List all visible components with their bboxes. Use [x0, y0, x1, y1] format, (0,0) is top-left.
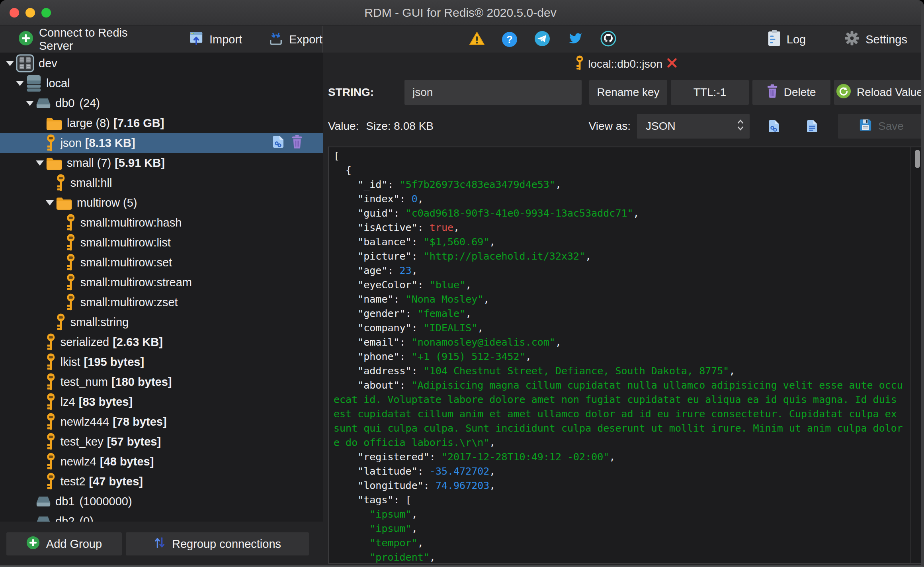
- key-icon: [46, 413, 56, 430]
- scrollbar-thumb[interactable]: [915, 150, 920, 168]
- tree-item-test-key[interactable]: test_key[57 bytes]: [0, 432, 323, 452]
- tree-item-small-multirow-set[interactable]: small:multirow:set: [0, 252, 323, 272]
- trash-icon[interactable]: [291, 135, 303, 151]
- database-icon: [36, 98, 51, 109]
- folder-icon: [46, 156, 63, 170]
- regroup-connections-button[interactable]: Regroup connections: [126, 532, 309, 555]
- toolbar: Connect to Redis Server Import Export ?: [0, 26, 921, 53]
- tree-item-label: test_num: [61, 375, 108, 389]
- sidebar-footer: Add Group Regroup connections: [0, 522, 323, 566]
- tree-item-large-8-[interactable]: large (8)[7.16 GB]: [0, 113, 323, 133]
- tree-item-small-multirow-list[interactable]: small:multirow:list: [0, 233, 323, 252]
- key-icon: [46, 353, 56, 371]
- sort-arrows-icon: [154, 536, 166, 552]
- log-button[interactable]: Log: [768, 30, 806, 49]
- close-tab-icon[interactable]: [666, 57, 678, 71]
- tab-title: local::db0::json: [588, 58, 662, 70]
- reload-value-button[interactable]: Reload Value: [834, 80, 924, 105]
- tree-item-size: [83 bytes]: [79, 395, 133, 409]
- tree-item-local[interactable]: local: [0, 73, 323, 93]
- tree-item-json[interactable]: json[8.13 KB]: [0, 133, 323, 153]
- tree-item-label: small:string: [70, 316, 129, 329]
- import-button[interactable]: Import: [189, 31, 242, 48]
- key-icon: [56, 313, 66, 331]
- settings-button[interactable]: Settings: [844, 30, 907, 49]
- copy-link-document-icon[interactable]: [272, 135, 284, 152]
- tree-item-multirow-5-[interactable]: multirow (5): [0, 193, 323, 213]
- tree-item-label: small:multirow:list: [80, 236, 171, 249]
- tree-item-dev[interactable]: dev: [0, 53, 323, 73]
- twitter-icon[interactable]: [567, 31, 583, 48]
- delete-key-button[interactable]: Delete: [752, 80, 830, 105]
- tree-item-small-7-[interactable]: small (7)[5.91 KB]: [0, 153, 323, 173]
- json-content: [ { "_id": "5f7b26973c483ea3479d4e53", "…: [329, 147, 924, 564]
- add-group-button[interactable]: Add Group: [6, 532, 122, 555]
- database-stack-icon: [26, 74, 42, 92]
- zoom-window-button[interactable]: [41, 8, 51, 18]
- save-button[interactable]: Save: [838, 114, 924, 139]
- minimize-window-button[interactable]: [25, 8, 35, 18]
- expander-arrow-icon[interactable]: [5, 61, 15, 66]
- tree-item-count: (1000000): [79, 495, 132, 508]
- view-as-select[interactable]: JSON: [637, 114, 750, 139]
- tab-key[interactable]: local::db0::json: [575, 55, 678, 73]
- export-button[interactable]: Export: [268, 31, 322, 49]
- tree-item-label: large (8): [67, 117, 110, 130]
- tree-item-small-multirow-zset[interactable]: small:multirow:zset: [0, 292, 323, 312]
- tree-item-small-multirow-hash[interactable]: small:multirow:hash: [0, 213, 323, 233]
- ttl-button[interactable]: TTL:-1: [671, 80, 749, 105]
- key-name-input[interactable]: [404, 80, 582, 105]
- tree-item-label: dev: [39, 57, 57, 70]
- expander-arrow-icon[interactable]: [25, 101, 35, 106]
- expander-arrow-icon[interactable]: [35, 160, 45, 166]
- rename-key-button[interactable]: Rename key: [589, 80, 667, 105]
- tree-item-newlz444[interactable]: newlz444[78 bytes]: [0, 412, 323, 432]
- tree-item-test2[interactable]: test2[47 bytes]: [0, 471, 323, 491]
- titlebar: RDM - GUI for Redis® 2020.5.0-dev: [0, 0, 921, 26]
- connect-button[interactable]: Connect to Redis Server: [18, 26, 150, 53]
- key-icon: [46, 333, 56, 351]
- copy-link-document-icon[interactable]: [768, 119, 780, 133]
- value-row: Value: Size: 8.08 KB View as: JSON Save: [328, 114, 924, 139]
- connections-sidebar: devlocaldb0(24)large (8)[7.16 GB]json[8.…: [0, 53, 323, 566]
- tree-item-label: small (7): [67, 156, 111, 170]
- close-window-button[interactable]: [10, 8, 19, 18]
- expander-arrow-icon[interactable]: [45, 200, 55, 205]
- tree-item-label: small:multirow:zset: [80, 296, 178, 309]
- tree-item-label: small:hll: [70, 176, 112, 190]
- tree-item-label: db2: [55, 515, 74, 522]
- tree-item-db2[interactable]: db2(0): [0, 511, 323, 522]
- tree-item-lz4[interactable]: lz4[83 bytes]: [0, 392, 323, 412]
- tree-item-label: local: [46, 77, 70, 90]
- import-icon: [189, 31, 204, 48]
- tree-item-label: newlz444: [61, 415, 109, 428]
- window-title: RDM - GUI for Redis® 2020.5.0-dev: [364, 6, 556, 20]
- value-label: Value:: [328, 120, 359, 133]
- tree-item-label: test_key: [61, 435, 104, 448]
- database-icon: [36, 496, 51, 507]
- tree-item-test-num[interactable]: test_num[180 bytes]: [0, 372, 323, 392]
- text-document-icon[interactable]: [806, 119, 818, 133]
- tree-item-db1[interactable]: db1(1000000): [0, 491, 323, 511]
- tree-item-label: newlz4: [61, 455, 96, 468]
- tree-item-small-multirow-stream[interactable]: small:multirow:stream: [0, 272, 323, 292]
- tree-item-small-hll[interactable]: small:hll: [0, 173, 323, 193]
- tree-item-count: (24): [79, 97, 100, 110]
- help-icon[interactable]: ?: [502, 32, 517, 47]
- tree-item-serialized[interactable]: serialized[2.63 KB]: [0, 332, 323, 352]
- telegram-icon[interactable]: [534, 31, 550, 48]
- view-as-label: View as:: [589, 120, 631, 133]
- tab-bar: local::db0::json: [328, 53, 924, 76]
- key-icon: [46, 473, 56, 490]
- expander-arrow-icon[interactable]: [15, 81, 25, 86]
- tree-item-newlz4[interactable]: newlz4[48 bytes]: [0, 452, 323, 471]
- warning-icon[interactable]: [469, 31, 485, 47]
- tree-item-lkist[interactable]: lkist[195 bytes]: [0, 352, 323, 372]
- scrollbar-track[interactable]: [910, 147, 924, 563]
- tree-item-db0[interactable]: db0(24): [0, 93, 323, 113]
- folder-icon: [56, 196, 72, 210]
- value-editor[interactable]: [ { "_id": "5f7b26973c483ea3479d4e53", "…: [328, 147, 924, 564]
- github-icon[interactable]: [600, 31, 616, 48]
- app-window: RDM - GUI for Redis® 2020.5.0-dev Connec…: [0, 0, 924, 567]
- tree-item-small-string[interactable]: small:string: [0, 312, 323, 332]
